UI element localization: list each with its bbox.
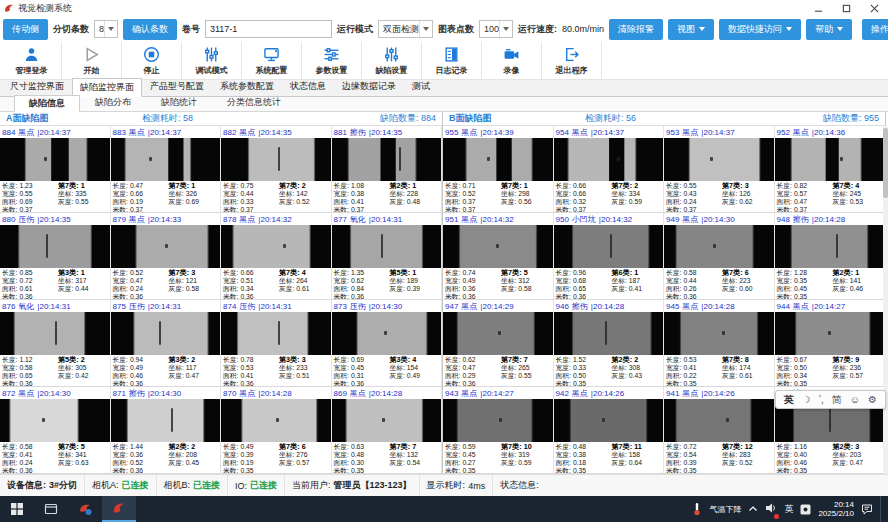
clear-alarm-button[interactable]: 清除报警 xyxy=(609,19,663,40)
volume-icon[interactable] xyxy=(765,500,777,518)
defect-image[interactable] xyxy=(221,312,331,355)
defect-cell[interactable]: 877 氧化 |20:14:31 长度: 1.35 宽度: 0.62 面积: 0… xyxy=(332,213,443,300)
defect-image[interactable] xyxy=(775,138,885,181)
defect-cell[interactable]: 875 压伤 |20:14:31 长度: 0.94 宽度: 0.49 面积: 0… xyxy=(111,300,222,387)
record-video-button[interactable]: 录像 xyxy=(482,42,542,79)
defect-cell[interactable]: 869 黑点 |20:14:28 长度: 0.63 宽度: 0.48 面积: 0… xyxy=(332,387,443,474)
thermometer-icon[interactable] xyxy=(692,502,702,516)
defect-cell[interactable]: 878 黑点 |20:14:32 长度: 0.66 宽度: 0.51 面积: 0… xyxy=(221,213,332,300)
drive-side-button[interactable]: 传动侧 xyxy=(3,19,48,40)
defect-image[interactable] xyxy=(332,312,442,355)
defect-image[interactable] xyxy=(111,399,221,442)
defect-image[interactable] xyxy=(111,312,221,355)
defect-cell[interactable]: 879 黑点 |20:14:33 长度: 0.52 宽度: 0.47 面积: 0… xyxy=(111,213,222,300)
vertical-scrollbar[interactable] xyxy=(883,126,888,474)
defect-cell[interactable]: 952 黑点 |20:14:36 长度: 0.82 宽度: 0.57 面积: 0… xyxy=(775,126,886,213)
defect-cell[interactable]: 882 黑点 |20:14:35 长度: 0.75 宽度: 0.44 面积: 0… xyxy=(221,126,332,213)
defect-image[interactable] xyxy=(554,312,664,355)
defect-image[interactable] xyxy=(775,225,885,268)
defect-cell[interactable]: 944 黑点 |20:14:27 长度: 0.67 宽度: 0.50 面积: 0… xyxy=(775,300,886,387)
defect-cell[interactable]: 954 黑点 |20:14:37 长度: 0.66 宽度: 0.66 面积: 0… xyxy=(554,126,665,213)
defect-cell[interactable]: 874 压伤 |20:14:31 长度: 0.78 宽度: 0.53 面积: 0… xyxy=(221,300,332,387)
defect-image[interactable] xyxy=(332,138,442,181)
defect-image[interactable] xyxy=(0,225,110,268)
taskbar-app-explorer[interactable] xyxy=(34,496,68,522)
log-record-button[interactable]: 日志记录 xyxy=(422,42,482,79)
defect-image[interactable] xyxy=(111,138,221,181)
system-config-button[interactable]: 系统配置 xyxy=(242,42,302,79)
help-menu-button[interactable]: 帮助 xyxy=(806,19,852,40)
defect-cell[interactable]: 883 黑点 |20:14:37 长度: 0.47 宽度: 0.66 面积: 0… xyxy=(111,126,222,213)
chevron-up-icon[interactable] xyxy=(748,505,758,513)
defect-cell[interactable]: 873 压伤 |20:14:30 长度: 0.69 宽度: 0.45 面积: 0… xyxy=(332,300,443,387)
defect-image[interactable] xyxy=(332,225,442,268)
defect-cell[interactable]: 881 擦伤 |20:14:35 长度: 1.08 宽度: 0.38 面积: 0… xyxy=(332,126,443,213)
notification-center-icon[interactable] xyxy=(861,503,873,515)
defect-cell[interactable]: 941 黑点 |20:14:26 长度: 0.72 宽度: 0.54 面积: 0… xyxy=(664,387,775,474)
ime-simplified-toggle[interactable]: 简 xyxy=(832,395,842,405)
emoji-icon[interactable]: ☺ xyxy=(850,395,860,405)
defect-cell[interactable]: 950 小凹坑 |20:14:32 长度: 0.96 宽度: 0.68 面积: … xyxy=(554,213,665,300)
defect-image[interactable] xyxy=(443,399,553,442)
defect-image[interactable] xyxy=(0,138,110,181)
defect-image[interactable] xyxy=(0,312,110,355)
chart-points-select[interactable]: 100 xyxy=(479,20,513,38)
confirm-count-button[interactable]: 确认条数 xyxy=(123,19,177,40)
exit-program-button[interactable]: 退出程序 xyxy=(542,42,602,79)
defect-image[interactable] xyxy=(221,138,331,181)
defect-cell[interactable]: 884 黑点 |20:14:37 长度: 1.23 宽度: 0.55 面积: 0… xyxy=(0,126,111,213)
defect-cell[interactable]: 946 擦伤 |20:14:28 长度: 1.52 宽度: 0.33 面积: 0… xyxy=(554,300,665,387)
subtab-defect-distribution[interactable]: 缺陷分布 xyxy=(80,94,146,111)
taskbar-app-tool[interactable] xyxy=(68,496,102,522)
ime-lang-toggle[interactable]: 英 xyxy=(784,395,794,405)
defect-image[interactable] xyxy=(664,225,774,268)
tab-size-monitor[interactable]: 尺寸监控界面 xyxy=(2,77,72,96)
minimize-icon[interactable] xyxy=(804,0,832,16)
defect-cell[interactable]: 876 氧化 |20:14:31 长度: 1.12 宽度: 0.58 面积: 0… xyxy=(0,300,111,387)
defect-cell[interactable]: 872 黑点 |20:14:30 长度: 0.58 宽度: 0.41 面积: 0… xyxy=(0,387,111,474)
defect-cell[interactable]: 953 黑点 |20:14:37 长度: 0.55 宽度: 0.43 面积: 0… xyxy=(664,126,775,213)
defect-image[interactable] xyxy=(332,399,442,442)
defect-cell[interactable]: 945 黑点 |20:14:28 长度: 0.53 宽度: 0.41 面积: 0… xyxy=(664,300,775,387)
defect-cell[interactable]: 943 黑点 |20:14:27 长度: 0.59 宽度: 0.45 面积: 0… xyxy=(443,387,554,474)
defect-image[interactable] xyxy=(664,138,774,181)
defect-image[interactable] xyxy=(554,225,664,268)
view-menu-button[interactable]: 视图 xyxy=(668,19,714,40)
defect-image[interactable] xyxy=(664,399,774,442)
tab-edge-data[interactable]: 边缘数据记录 xyxy=(334,77,404,96)
maximize-icon[interactable] xyxy=(832,0,860,16)
defect-image[interactable] xyxy=(443,138,553,181)
defect-image[interactable] xyxy=(775,312,885,355)
tab-test[interactable]: 测试 xyxy=(404,77,438,96)
defect-image[interactable] xyxy=(443,312,553,355)
defect-image[interactable] xyxy=(221,225,331,268)
run-mode-select[interactable]: 双面检测 xyxy=(378,20,433,38)
defect-cell[interactable]: 947 黑点 |20:14:29 长度: 0.62 宽度: 0.47 面积: 0… xyxy=(443,300,554,387)
stop-button[interactable]: 停止 xyxy=(122,42,182,79)
taskbar-clock[interactable]: 20:14 2025/2/10 xyxy=(818,500,854,518)
defect-image[interactable] xyxy=(221,399,331,442)
roll-number-input[interactable] xyxy=(205,20,332,38)
admin-login-button[interactable]: 管理登录 xyxy=(2,42,62,79)
defect-image[interactable] xyxy=(0,399,110,442)
param-settings-button[interactable]: 参数设置 xyxy=(302,42,362,79)
defect-image[interactable] xyxy=(111,225,221,268)
gear-icon[interactable]: ⚙ xyxy=(868,395,877,405)
defect-settings-button[interactable]: 缺陷设置 xyxy=(362,42,422,79)
show-desktop-button[interactable] xyxy=(880,496,884,522)
subtab-defect-stats[interactable]: 缺陷统计 xyxy=(146,94,212,111)
ime-mode-icon[interactable] xyxy=(800,504,811,515)
defect-cell[interactable]: 880 压伤 |20:14:35 长度: 0.85 宽度: 0.72 面积: 0… xyxy=(0,213,111,300)
taskbar-app-vision-active[interactable] xyxy=(102,496,136,522)
defect-cell[interactable]: 955 黑点 |20:14:39 长度: 0.71 宽度: 0.52 面积: 0… xyxy=(443,126,554,213)
defect-cell[interactable]: 951 黑点 |20:14:32 长度: 0.74 宽度: 0.49 面积: 0… xyxy=(443,213,554,300)
tray-input-language[interactable]: 英 xyxy=(784,503,793,516)
weather-text[interactable]: 气温下降 xyxy=(709,504,741,515)
defect-image[interactable] xyxy=(664,312,774,355)
defect-cell[interactable]: 948 擦伤 |20:14:28 长度: 1.28 宽度: 0.35 面积: 0… xyxy=(775,213,886,300)
start-button[interactable]: 开始 xyxy=(62,42,122,79)
moon-icon[interactable]: ☽ xyxy=(802,395,811,405)
defect-cell[interactable]: 870 黑点 |20:14:28 长度: 0.49 宽度: 0.39 面积: 0… xyxy=(221,387,332,474)
subtab-class-stats[interactable]: 分类信息统计 xyxy=(212,94,296,111)
scrollbar-thumb[interactable] xyxy=(883,128,888,198)
